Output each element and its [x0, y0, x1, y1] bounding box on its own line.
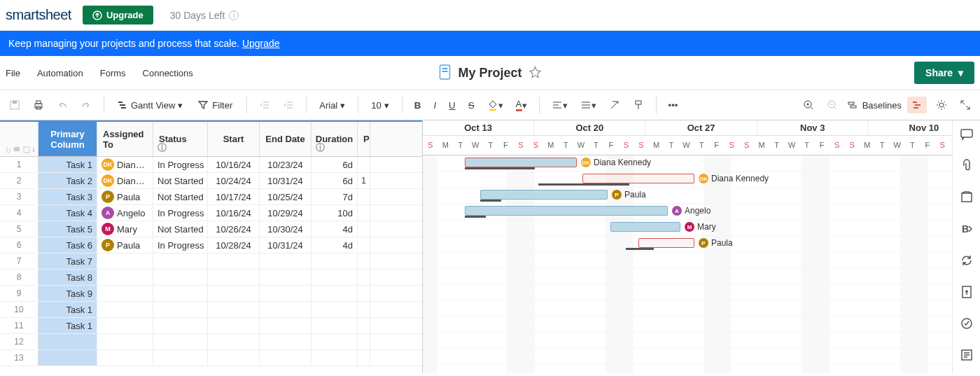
cell-end[interactable]: 10/30/24 [260, 221, 312, 237]
cell-duration[interactable]: 4d [312, 237, 358, 253]
brandfolder-icon[interactable]: B [960, 222, 974, 238]
star-icon[interactable] [529, 66, 542, 81]
cell-task[interactable] [38, 334, 97, 349]
proofs-icon[interactable] [960, 190, 974, 207]
cell-end[interactable] [260, 253, 312, 269]
cell-assigned[interactable] [97, 350, 153, 365]
format-painter-icon[interactable] [629, 96, 648, 114]
cell-duration[interactable] [312, 318, 358, 333]
cell-start[interactable]: 10/28/24 [208, 237, 260, 253]
italic-icon[interactable]: I [430, 97, 440, 114]
cell-assigned[interactable]: DKDiana Ken [97, 173, 153, 188]
cell-end[interactable]: 10/25/24 [260, 189, 312, 204]
gantt-bar[interactable] [465, 158, 577, 167]
cell-task[interactable]: Task 1 [38, 318, 97, 333]
cell-status[interactable]: Not Started [153, 173, 208, 188]
cell-assigned[interactable] [97, 318, 153, 333]
align-left-icon[interactable]: ▾ [548, 96, 571, 114]
cell-assigned[interactable] [97, 286, 153, 301]
cell-status[interactable]: In Progress [153, 157, 208, 172]
cell-end[interactable] [260, 350, 312, 365]
row-number[interactable]: 8 [0, 270, 38, 285]
cell-duration[interactable]: 6d [312, 157, 358, 172]
cell-start[interactable]: 10/26/24 [208, 221, 260, 237]
cell-start[interactable]: 10/16/24 [208, 205, 260, 221]
cell-task[interactable]: Task 1 [38, 302, 97, 317]
cell-p[interactable] [358, 286, 370, 301]
cell-p[interactable] [358, 157, 370, 172]
row-number[interactable]: 1 [0, 157, 38, 172]
baselines-button[interactable]: Baselines [847, 99, 902, 111]
cell-p[interactable] [358, 334, 370, 349]
print-icon[interactable] [29, 96, 48, 114]
save-icon[interactable] [6, 96, 24, 114]
share-button[interactable]: Share ▾ [914, 62, 974, 84]
row-number[interactable]: 6 [0, 237, 38, 253]
cell-start[interactable] [208, 270, 260, 285]
view-switcher[interactable]: Gantt View ▾ [113, 97, 187, 113]
gantt-row[interactable] [423, 284, 980, 300]
gantt-row[interactable]: DKDiana Kennedy [423, 172, 980, 188]
cell-status[interactable]: In Progress [153, 237, 208, 253]
expand-icon[interactable] [956, 96, 974, 114]
cell-p[interactable] [358, 237, 370, 253]
update-requests-icon[interactable] [960, 253, 974, 270]
cell-end[interactable] [260, 270, 312, 285]
cell-assigned[interactable] [97, 334, 153, 349]
row-number[interactable]: 10 [0, 302, 38, 317]
menu-file[interactable]: File [6, 68, 20, 78]
cell-end[interactable]: 10/29/24 [260, 205, 312, 221]
menu-forms[interactable]: Forms [100, 68, 126, 78]
cell-task[interactable]: Task 9 [38, 286, 97, 301]
cell-assigned[interactable] [97, 270, 153, 285]
cell-assigned[interactable]: PPaula [97, 237, 153, 253]
undo-icon[interactable] [53, 96, 71, 114]
gantt-row[interactable] [423, 252, 980, 268]
row-number[interactable]: 4 [0, 205, 38, 221]
bold-icon[interactable]: B [411, 97, 425, 114]
gantt-bar[interactable] [582, 174, 694, 183]
gantt-row[interactable]: PPaula [423, 188, 980, 204]
cell-end[interactable] [260, 334, 312, 349]
gantt-row[interactable] [423, 316, 980, 333]
gantt-bar[interactable] [465, 206, 668, 216]
cell-assigned[interactable]: MMary [97, 221, 153, 237]
font-size-selector[interactable]: 10 ▾ [367, 97, 393, 113]
upgrade-button[interactable]: Upgrade [83, 6, 153, 25]
zoom-in-icon[interactable] [799, 96, 818, 114]
cell-end[interactable] [260, 302, 312, 317]
cell-status[interactable] [153, 334, 208, 349]
menu-automation[interactable]: Automation [37, 68, 83, 78]
cell-duration[interactable] [312, 253, 358, 269]
cell-status[interactable] [153, 350, 208, 365]
cell-assigned[interactable]: PPaula [97, 189, 153, 204]
col-primary[interactable]: Primary Column [38, 122, 97, 156]
gantt-body[interactable]: DKDiana KennedyDKDiana KennedyPPaulaAAng… [423, 155, 980, 373]
cell-p[interactable] [358, 302, 370, 317]
cell-duration[interactable] [312, 334, 358, 349]
table-row[interactable]: 2 Task 2 DKDiana Ken Not Started 10/24/2… [0, 173, 422, 189]
col-p[interactable]: P [358, 122, 370, 156]
table-row[interactable]: 13 [0, 350, 422, 366]
cell-assigned[interactable] [97, 302, 153, 317]
table-row[interactable]: 3 Task 3 PPaula Not Started 10/17/24 10/… [0, 189, 422, 205]
gantt-row[interactable] [423, 268, 980, 284]
cell-end[interactable]: 10/31/24 [260, 237, 312, 253]
redo-icon[interactable] [77, 96, 95, 114]
banner-upgrade-link[interactable]: Upgrade [242, 38, 280, 49]
clear-format-icon[interactable] [606, 96, 624, 114]
cell-start[interactable] [208, 318, 260, 333]
indent-icon[interactable] [279, 96, 298, 114]
gantt-bar[interactable] [638, 238, 694, 248]
cell-status[interactable] [153, 253, 208, 269]
font-selector[interactable]: Arial ▾ [315, 97, 349, 113]
outdent-icon[interactable] [255, 96, 274, 114]
cell-start[interactable] [208, 350, 260, 365]
gantt-row[interactable] [423, 333, 980, 349]
publish-icon[interactable] [960, 285, 974, 301]
cell-task[interactable]: Task 4 [38, 205, 97, 221]
gantt-row[interactable] [423, 349, 980, 365]
row-number[interactable]: 12 [0, 334, 38, 349]
table-row[interactable]: 10 Task 1 [0, 302, 422, 318]
gantt-bar[interactable] [480, 190, 608, 200]
